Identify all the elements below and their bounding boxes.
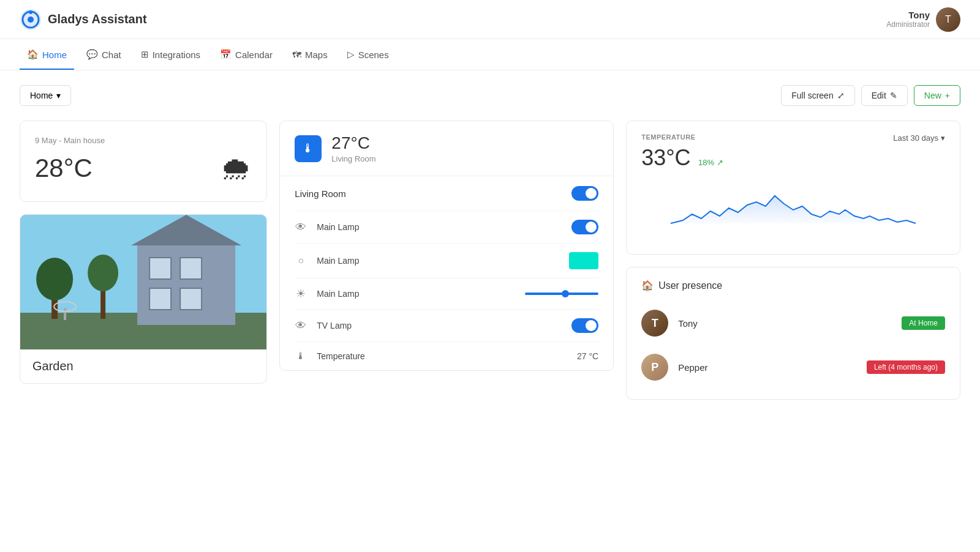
nav-label-chat: Chat [102, 50, 121, 60]
fullscreen-label: Full screen [791, 91, 833, 100]
edit-button[interactable]: Edit ✎ [861, 85, 908, 106]
device-left: 👁 Main Lamp [295, 221, 359, 234]
new-button[interactable]: New + [914, 85, 960, 106]
tony-avatar-letter: T [652, 317, 658, 330]
circle-icon: ○ [295, 255, 307, 266]
user-name: Tony [886, 10, 930, 20]
avatar-letter: T [945, 14, 951, 25]
avatar[interactable]: T [936, 7, 960, 32]
device-name-main-lamp-3: Main Lamp [317, 289, 359, 299]
pepper-name: Pepper [678, 362, 857, 373]
main-content: Home ▾ Full screen ⤢ Edit ✎ New + 9 May … [0, 70, 980, 414]
presence-row-tony: T Tony At Home [641, 304, 945, 343]
svg-point-2 [28, 17, 34, 23]
home-dropdown-button[interactable]: Home ▾ [20, 85, 71, 106]
device-row-main-lamp-2: ○ Main Lamp [295, 244, 598, 278]
maps-icon: 🗺 [292, 50, 301, 60]
nav-label-scenes: Scenes [358, 50, 389, 60]
device-left-4: 👁 TV Lamp [295, 319, 352, 332]
garden-scene-svg [20, 215, 266, 349]
nav-item-integrations[interactable]: ⊞ Integrations [134, 39, 208, 70]
device-left-5: 🌡 Temperature [295, 351, 365, 362]
living-room-temp-header: 🌡 27°C Living Room [280, 121, 613, 176]
svg-point-13 [36, 258, 73, 300]
presence-title-label: User presence [658, 280, 722, 291]
tv-lamp-eye-icon: 👁 [295, 319, 307, 332]
living-room-room-name: Living Room [331, 154, 375, 163]
chart-change-value: 18% ↗ [698, 158, 723, 167]
scenes-icon: ▷ [347, 49, 355, 60]
pepper-avatar-letter: P [651, 361, 658, 374]
chat-icon: 💬 [86, 49, 98, 60]
header: Gladys Assistant Tony Administrator T [0, 0, 980, 39]
nav-item-maps[interactable]: 🗺 Maps [285, 40, 335, 70]
svg-rect-10 [180, 288, 202, 310]
chart-header: TEMPERATURE Last 30 days ▾ [641, 133, 945, 143]
living-room-card: 🌡 27°C Living Room Living Room 👁 Mai [279, 121, 614, 371]
integrations-icon: ⊞ [141, 49, 149, 60]
living-room-temp-value: 27°C [331, 133, 375, 153]
app-title: Gladys Assistant [48, 12, 147, 26]
nav-label-calendar: Calendar [235, 50, 273, 60]
svg-rect-16 [64, 308, 66, 320]
device-row-main-lamp-1: 👁 Main Lamp [295, 211, 598, 244]
toolbar: Home ▾ Full screen ⤢ Edit ✎ New + [20, 85, 960, 106]
dashboard-grid: 9 May - Main house 28°C 🌧 [20, 121, 960, 400]
fullscreen-button[interactable]: Full screen ⤢ [781, 85, 854, 106]
nav-item-home[interactable]: 🏠 Home [20, 39, 74, 70]
home-dropdown-label: Home [30, 91, 53, 100]
svg-rect-14 [100, 288, 105, 319]
pepper-avatar: P [641, 354, 668, 381]
device-left-3: ☀ Main Lamp [295, 287, 359, 300]
temperature-chart-card: TEMPERATURE Last 30 days ▾ 33°C 18% ↗ [626, 121, 960, 255]
color-swatch[interactable] [569, 252, 598, 269]
tv-lamp-toggle[interactable] [571, 318, 598, 333]
brightness-slider[interactable] [525, 293, 598, 295]
weather-card: 9 May - Main house 28°C 🌧 [20, 121, 267, 202]
chevron-down-icon: ▾ [941, 133, 945, 143]
temperature-line-chart [641, 181, 945, 242]
garden-image [20, 215, 266, 349]
dropdown-chevron-icon: ▾ [56, 91, 61, 100]
right-column: TEMPERATURE Last 30 days ▾ 33°C 18% ↗ [626, 121, 960, 400]
user-presence-card: 🏠 User presence T Tony At Home P Pe [626, 267, 960, 400]
chart-area [641, 181, 945, 242]
navigation: 🏠 Home 💬 Chat ⊞ Integrations 📅 Calendar … [0, 39, 980, 70]
living-room-master-toggle[interactable] [571, 186, 598, 201]
garden-label: Garden [20, 349, 266, 383]
device-name-main-lamp-1: Main Lamp [317, 222, 359, 232]
device-name-tv-lamp: TV Lamp [317, 321, 352, 330]
device-row-main-lamp-3: ☀ Main Lamp [295, 278, 598, 310]
nav-item-calendar[interactable]: 📅 Calendar [213, 39, 280, 70]
nav-item-scenes[interactable]: ▷ Scenes [340, 39, 396, 70]
garden-card: Garden [20, 214, 267, 384]
user-role: Administrator [886, 20, 930, 29]
edit-label: Edit [872, 91, 886, 100]
living-room-temp-info: 27°C Living Room [331, 133, 375, 163]
temperature-value: 27 °C [577, 351, 598, 361]
nav-label-maps: Maps [305, 50, 328, 60]
svg-rect-7 [149, 258, 171, 279]
tony-avatar: T [641, 310, 668, 337]
weather-icon: 🌧 [220, 150, 252, 187]
user-info: Tony Administrator [886, 10, 930, 29]
thermometer-icon: 🌡 [302, 141, 314, 155]
chart-temp-value: 33°C [641, 145, 690, 170]
fullscreen-icon: ⤢ [837, 91, 845, 100]
chart-period-label: Last 30 days [893, 133, 938, 143]
svg-point-15 [88, 255, 118, 291]
calendar-icon: 📅 [220, 49, 232, 60]
section-title: Living Room [295, 188, 345, 199]
device-name-temperature: Temperature [317, 351, 365, 361]
main-lamp-1-toggle[interactable] [571, 220, 598, 234]
pepper-status-badge: Left (4 months ago) [867, 360, 945, 374]
device-name-main-lamp-2: Main Lamp [317, 256, 359, 266]
section-header: Living Room [295, 176, 598, 211]
device-section: Living Room 👁 Main Lamp ○ Main Lamp [280, 176, 613, 370]
device-left-2: ○ Main Lamp [295, 255, 359, 266]
presence-row-pepper: P Pepper Left (4 months ago) [641, 348, 945, 387]
logo-icon [20, 9, 42, 31]
chart-period-selector[interactable]: Last 30 days ▾ [893, 133, 945, 143]
nav-item-chat[interactable]: 💬 Chat [79, 39, 129, 70]
edit-icon: ✎ [890, 91, 897, 100]
